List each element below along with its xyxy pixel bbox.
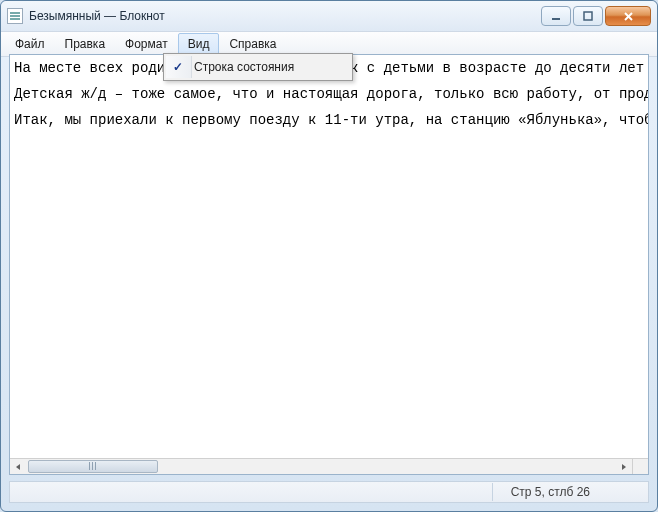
menu-help[interactable]: Справка: [219, 33, 286, 55]
menu-format[interactable]: Формат: [115, 33, 178, 55]
client-area: На месте всех родителей и бабушек-дедуше…: [9, 54, 649, 475]
cursor-position: Стр 5, стлб 26: [492, 483, 608, 501]
horizontal-scrollbar[interactable]: [10, 458, 632, 474]
window-title: Безымянный — Блокнот: [29, 9, 165, 23]
menu-file[interactable]: Файл: [5, 33, 55, 55]
svg-rect-1: [584, 12, 592, 20]
svg-marker-4: [16, 464, 20, 470]
menu-edit[interactable]: Правка: [55, 33, 116, 55]
menu-view[interactable]: Вид: [178, 33, 220, 55]
close-button[interactable]: [605, 6, 651, 26]
scroll-right-button[interactable]: [616, 459, 632, 475]
thumb-grip-icon: [89, 462, 97, 470]
check-icon: ✓: [166, 60, 190, 74]
statusbar: Стр 5, стлб 26: [9, 481, 649, 503]
size-grip[interactable]: [632, 458, 648, 474]
scroll-left-button[interactable]: [10, 459, 26, 475]
minimize-button[interactable]: [541, 6, 571, 26]
titlebar[interactable]: Безымянный — Блокнот: [1, 1, 657, 31]
maximize-button[interactable]: [573, 6, 603, 26]
scroll-thumb[interactable]: [28, 460, 158, 473]
menu-item-status-bar[interactable]: ✓ Строка состояния: [166, 56, 350, 78]
text-area[interactable]: На месте всех родителей и бабушек-дедуше…: [10, 55, 648, 458]
svg-marker-5: [622, 464, 626, 470]
text-line: Итак, мы приехали к первому поезду к 11-…: [10, 107, 648, 133]
view-dropdown: ✓ Строка состояния: [163, 53, 353, 81]
window-frame: Безымянный — Блокнот Файл Правка Формат …: [0, 0, 658, 512]
scroll-track[interactable]: [26, 459, 616, 475]
notepad-icon: [7, 8, 23, 24]
menu-item-label: Строка состояния: [190, 60, 294, 74]
text-line: Детская ж/д – тоже самое, что и настояща…: [10, 81, 648, 107]
